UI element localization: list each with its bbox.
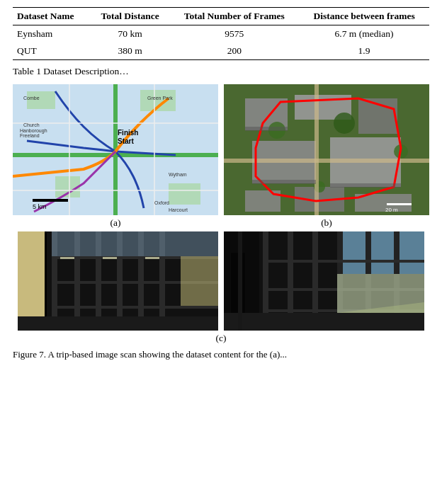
label-a: (a) bbox=[110, 217, 121, 229]
svg-rect-70 bbox=[263, 260, 424, 263]
svg-rect-13 bbox=[33, 199, 68, 202]
svg-rect-54 bbox=[52, 306, 218, 309]
svg-text:Oxford: Oxford bbox=[154, 200, 169, 205]
svg-rect-41 bbox=[252, 180, 316, 184]
svg-text:Start: Start bbox=[118, 137, 134, 145]
row1-name: Eynsham bbox=[13, 25, 91, 43]
image-b-wrap: 20 m (b) bbox=[224, 84, 429, 229]
col-header-distance: Total Distance bbox=[91, 8, 170, 25]
image-a-wrap: Finish Start 5 km Combe Green Park Freel… bbox=[13, 84, 218, 229]
svg-rect-73 bbox=[224, 313, 424, 331]
image-b: 20 m bbox=[224, 84, 429, 215]
svg-rect-59 bbox=[103, 257, 117, 259]
image-c-left bbox=[18, 231, 218, 331]
svg-rect-40 bbox=[245, 127, 288, 131]
label-b: (b) bbox=[321, 217, 332, 229]
image-c-right bbox=[224, 231, 424, 331]
svg-rect-62 bbox=[337, 231, 424, 274]
svg-text:Green Park: Green Park bbox=[147, 96, 173, 101]
svg-rect-57 bbox=[181, 256, 218, 306]
svg-rect-56 bbox=[18, 316, 218, 331]
table-row: Eynsham 70 km 9575 6.7 m (median) bbox=[13, 25, 429, 43]
svg-rect-60 bbox=[145, 257, 159, 259]
image-a: Finish Start 5 km Combe Green Park Freel… bbox=[13, 84, 218, 215]
row1-frames: 9575 bbox=[170, 25, 300, 43]
svg-rect-4 bbox=[169, 183, 200, 205]
label-c: (c) bbox=[216, 333, 227, 344]
svg-rect-55 bbox=[52, 231, 218, 256]
top-images-row: Finish Start 5 km Combe Green Park Freel… bbox=[13, 84, 429, 229]
svg-text:Hanborough: Hanborough bbox=[20, 128, 47, 134]
col-header-frames: Total Number of Frames bbox=[170, 8, 300, 25]
row1-distance: 70 km bbox=[91, 25, 170, 43]
row1-between: 6.7 m (median) bbox=[299, 25, 429, 43]
svg-text:Finish: Finish bbox=[118, 129, 138, 137]
svg-rect-42 bbox=[330, 183, 401, 188]
table-caption: Table 1 Dataset Description… bbox=[13, 66, 429, 77]
svg-rect-76 bbox=[238, 231, 242, 331]
svg-point-33 bbox=[334, 113, 355, 134]
svg-text:20 m: 20 m bbox=[385, 207, 398, 213]
svg-text:Combe: Combe bbox=[23, 96, 40, 101]
dataset-table: Dataset Name Total Distance Total Number… bbox=[13, 7, 429, 60]
svg-text:Church: Church bbox=[23, 122, 40, 127]
table-row: QUT 380 m 200 1.9 bbox=[13, 42, 429, 60]
svg-text:5 km: 5 km bbox=[33, 203, 47, 210]
svg-rect-45 bbox=[45, 231, 47, 331]
svg-rect-38 bbox=[387, 203, 412, 205]
svg-text:Wytham: Wytham bbox=[169, 172, 187, 178]
row2-distance: 380 m bbox=[91, 42, 170, 60]
row2-between: 1.9 bbox=[299, 42, 429, 60]
col-header-name: Dataset Name bbox=[13, 8, 91, 25]
bottom-images-row: (c) bbox=[13, 231, 429, 344]
col-header-between: Distance between frames bbox=[299, 8, 429, 25]
svg-rect-58 bbox=[60, 257, 74, 259]
row2-frames: 200 bbox=[170, 42, 300, 60]
svg-text:Freeland: Freeland bbox=[20, 133, 40, 138]
svg-text:Harcourt: Harcourt bbox=[169, 207, 188, 212]
image-c-wrap: (c) bbox=[18, 231, 424, 344]
row2-name: QUT bbox=[13, 42, 91, 60]
svg-rect-37 bbox=[314, 84, 319, 215]
figure-caption: Figure 7. A trip-based image scan showin… bbox=[13, 348, 429, 361]
svg-rect-44 bbox=[18, 231, 46, 331]
